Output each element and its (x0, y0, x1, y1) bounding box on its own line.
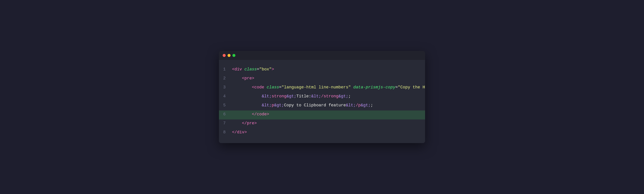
code-line: 3 <code class="language-html line-number… (219, 83, 425, 92)
line-number: 2 (219, 74, 230, 83)
minimize-button[interactable] (228, 54, 230, 57)
line-number: 7 (219, 119, 230, 128)
code-editor: 1 <div class="box"> 2 <pre> 3 <code clas… (219, 60, 425, 143)
titlebar (219, 51, 425, 60)
line-number: 4 (219, 92, 230, 101)
code-window: 1 <div class="box"> 2 <pre> 3 <code clas… (219, 51, 425, 143)
line-number: 6 (219, 110, 230, 119)
line-content[interactable]: </div> (230, 128, 425, 137)
code-line: 2 <pre> (219, 74, 425, 83)
code-line: 7 </pre> (219, 119, 425, 128)
code-line: 4 &lt;strong&gt;Title:&lt;/strong&gt;; (219, 92, 425, 101)
code-line: 8 </div> (219, 128, 425, 137)
line-number: 3 (219, 83, 230, 92)
line-content[interactable]: &lt;strong&gt;Title:&lt;/strong&gt;; (230, 92, 425, 101)
code-line: 1 <div class="box"> (219, 65, 425, 74)
line-content[interactable]: <pre> (230, 74, 425, 83)
code-line: 5 &lt;p&gt;Copy to Clipboard feature&lt;… (219, 101, 425, 110)
line-content[interactable]: </pre> (230, 119, 425, 128)
line-number: 8 (219, 128, 230, 137)
line-content[interactable]: <div class="box"> (230, 65, 425, 74)
line-number: 5 (219, 101, 230, 110)
line-content[interactable]: </code> (230, 110, 425, 119)
line-number: 1 (219, 65, 230, 74)
maximize-button[interactable] (232, 54, 236, 57)
line-content[interactable]: &lt;p&gt;Copy to Clipboard feature&lt;/p… (230, 101, 425, 110)
code-line-highlighted: 6 </code> (219, 110, 425, 119)
line-content[interactable]: <code class="language-html line-numbers"… (230, 83, 425, 92)
close-button[interactable] (223, 54, 226, 57)
